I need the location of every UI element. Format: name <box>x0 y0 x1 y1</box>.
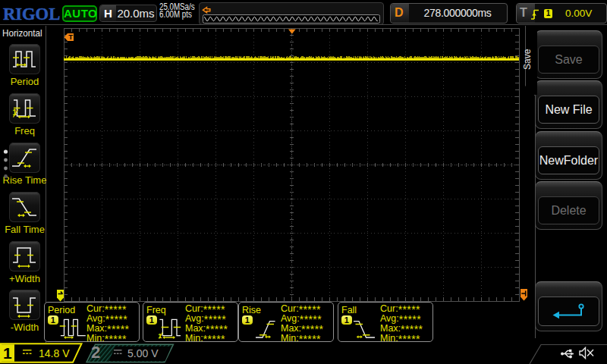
svg-text:T: T <box>68 33 73 41</box>
